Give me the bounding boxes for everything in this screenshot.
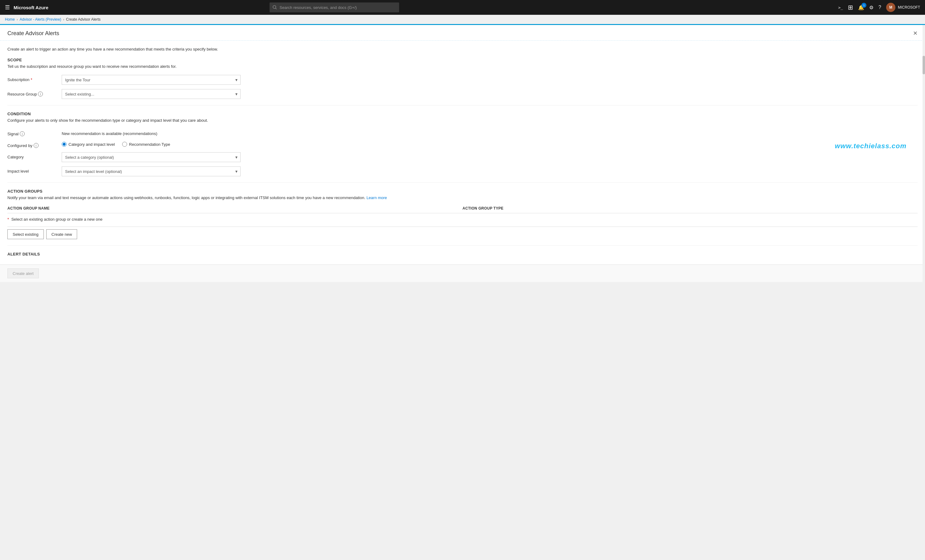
portal-menu-icon[interactable]: ⊞ — [848, 4, 853, 11]
learn-more-link[interactable]: Learn more — [366, 195, 387, 200]
scroll-rail[interactable] — [922, 25, 925, 282]
panel-content: Create an alert to trigger an action any… — [0, 41, 925, 264]
subscription-select-wrap: Ignite the Tour — [62, 75, 241, 85]
breadcrumb-current: Create Advisor Alerts — [66, 17, 101, 22]
breadcrumb-advisor[interactable]: Advisor - Alerts (Preview) — [20, 17, 61, 22]
signal-row: Signal i New recommendation is available… — [8, 129, 917, 136]
help-icon[interactable]: ? — [878, 5, 881, 10]
avatar: M — [886, 3, 895, 12]
settings-icon[interactable]: ⚙ — [869, 5, 874, 11]
close-button[interactable]: ✕ — [913, 30, 917, 37]
radio-recommendation-input[interactable] — [122, 142, 127, 147]
notification-badge: 1 — [862, 3, 866, 8]
scope-header: SCOPE — [8, 58, 917, 62]
col-type-header: ACTION GROUP TYPE — [462, 206, 918, 210]
category-select-wrap: Select a category (optional) — [62, 152, 241, 162]
main-description: Create an alert to trigger an action any… — [8, 47, 917, 51]
action-groups-section: ACTION GROUPS Notify your team via email… — [8, 189, 917, 239]
signal-value: New recommendation is available (recomme… — [62, 129, 157, 136]
subscription-select[interactable]: Ignite the Tour — [62, 75, 241, 85]
condition-divider — [8, 182, 917, 183]
search-input[interactable] — [279, 5, 396, 10]
cloud-shell-icon[interactable]: >_ — [838, 5, 843, 10]
resource-group-label: Resource Group i — [8, 89, 57, 96]
scope-divider — [8, 105, 917, 105]
alert-details-header: ALERT DETAILS — [8, 252, 917, 257]
signal-info-icon[interactable]: i — [20, 131, 25, 136]
scope-description: Tell us the subscription and resource gr… — [8, 64, 917, 69]
radio-category-input[interactable] — [62, 142, 66, 147]
subscription-label: Subscription * — [8, 75, 57, 82]
subscription-row: Subscription * Ignite the Tour — [8, 75, 917, 85]
configured-by-label: Configured by i — [8, 141, 57, 148]
alert-details-section: ALERT DETAILS — [8, 252, 917, 257]
radio-recommendation-type[interactable]: Recommendation Type — [122, 142, 170, 147]
subscription-required: * — [31, 77, 32, 82]
configured-by-info-icon[interactable]: i — [34, 143, 39, 148]
condition-section: CONDITION Configure your alerts to only … — [8, 111, 917, 176]
breadcrumb: Home › Advisor - Alerts (Preview) › Crea… — [0, 15, 925, 24]
action-group-table-line — [8, 227, 917, 227]
category-row: Category Select a category (optional) — [8, 152, 917, 162]
action-groups-table-headers: ACTION GROUP NAME ACTION GROUP TYPE — [8, 204, 917, 213]
svg-point-0 — [273, 6, 276, 9]
action-groups-header: ACTION GROUPS — [8, 189, 917, 194]
action-group-note: * Select an existing action group or cre… — [8, 215, 917, 224]
breadcrumb-home[interactable]: Home — [5, 17, 15, 22]
note-required-marker: * — [8, 217, 9, 222]
search-bar[interactable] — [270, 3, 399, 12]
svg-line-1 — [276, 8, 277, 9]
condition-header: CONDITION — [8, 111, 917, 116]
condition-description: Configure your alerts to only show for t… — [8, 118, 917, 123]
notifications-icon[interactable]: 🔔 1 — [858, 5, 864, 11]
col-name-header: ACTION GROUP NAME — [8, 206, 462, 210]
create-alert-button[interactable]: Create alert — [8, 269, 39, 278]
search-icon — [273, 5, 277, 9]
topnav-icons: >_ ⊞ 🔔 1 ⚙ ? M MICROSOFT — [838, 3, 920, 12]
category-select[interactable]: Select a category (optional) — [62, 152, 241, 162]
main-background: Create Advisor Alerts ✕ www.techielass.c… — [0, 24, 925, 559]
impact-level-select[interactable]: Select an impact level (optional) — [62, 167, 241, 176]
hamburger-menu-icon[interactable]: ☰ — [5, 4, 10, 11]
impact-level-select-wrap: Select an impact level (optional) — [62, 167, 241, 176]
user-label: MICROSOFT — [898, 5, 920, 9]
radio-recommendation-label: Recommendation Type — [129, 142, 170, 147]
radio-category-label: Category and impact level — [68, 142, 115, 147]
user-menu[interactable]: M MICROSOFT — [886, 3, 920, 12]
radio-category-impact[interactable]: Category and impact level — [62, 142, 115, 147]
resource-group-info-icon[interactable]: i — [38, 92, 43, 96]
top-navigation: ☰ Microsoft Azure >_ ⊞ 🔔 1 ⚙ ? M MICROSO… — [0, 0, 925, 15]
resource-group-row: Resource Group i Select existing... — [8, 89, 917, 99]
action-groups-divider — [8, 245, 917, 246]
impact-level-label: Impact level — [8, 167, 57, 174]
configured-by-row: Configured by i Category and impact leve… — [8, 141, 917, 148]
create-advisor-alerts-panel: Create Advisor Alerts ✕ www.techielass.c… — [0, 24, 925, 282]
category-label: Category — [8, 152, 57, 159]
resource-group-select[interactable]: Select existing... — [62, 89, 241, 99]
impact-level-row: Impact level Select an impact level (opt… — [8, 167, 917, 176]
bottom-bar: Create alert — [0, 264, 925, 282]
scroll-thumb[interactable] — [922, 56, 925, 74]
configured-by-radio-group: Category and impact level Recommendation… — [62, 141, 170, 147]
resource-group-select-wrap: Select existing... — [62, 89, 241, 99]
breadcrumb-sep-2: › — [63, 18, 64, 21]
action-group-buttons: Select existing Create new — [8, 229, 917, 239]
create-new-button[interactable]: Create new — [46, 229, 77, 239]
action-groups-description: Notify your team via email and text mess… — [8, 195, 917, 200]
panel-title: Create Advisor Alerts — [8, 30, 59, 37]
breadcrumb-sep-1: › — [17, 18, 18, 21]
app-title: Microsoft Azure — [14, 5, 48, 10]
signal-label: Signal i — [8, 129, 57, 136]
scope-section: SCOPE Tell us the subscription and resou… — [8, 58, 917, 99]
select-existing-button[interactable]: Select existing — [8, 229, 44, 239]
panel-header: Create Advisor Alerts ✕ — [0, 25, 925, 41]
